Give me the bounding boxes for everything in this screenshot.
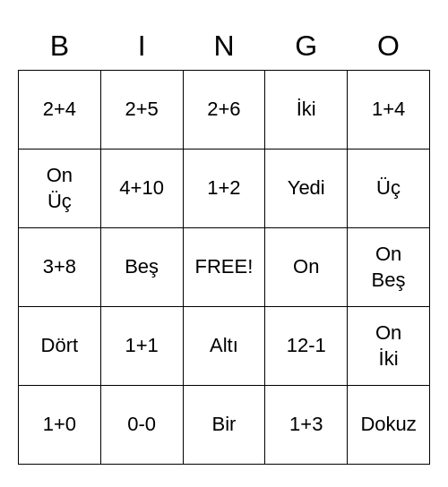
- cell-r2-c1: Beş: [100, 228, 183, 307]
- header-g: G: [265, 22, 348, 71]
- cell-r1-c0: OnÜç: [19, 150, 101, 228]
- cell-r1-c1: 4+10: [100, 150, 183, 228]
- cell-r0-c0: 2+4: [19, 71, 101, 150]
- cell-r1-c3: Yedi: [265, 150, 348, 228]
- cell-r3-c2: Altı: [183, 307, 265, 386]
- cell-r0-c3: İki: [265, 71, 348, 150]
- table-row: Dört1+1Altı12-1Onİki: [19, 307, 430, 386]
- cell-r2-c3: On: [265, 228, 348, 307]
- cell-r3-c1: 1+1: [100, 307, 183, 386]
- cell-r4-c4: Dokuz: [348, 386, 430, 465]
- cell-r0-c1: 2+5: [100, 71, 183, 150]
- table-row: 3+8BeşFREE!OnOnBeş: [19, 228, 430, 307]
- cell-r4-c3: 1+3: [265, 386, 348, 465]
- cell-r1-c2: 1+2: [183, 150, 265, 228]
- header-n: N: [183, 22, 265, 71]
- header-i: I: [100, 22, 183, 71]
- cell-r4-c1: 0-0: [100, 386, 183, 465]
- cell-r0-c4: 1+4: [348, 71, 430, 150]
- header-b: B: [19, 22, 101, 71]
- cell-r4-c2: Bir: [183, 386, 265, 465]
- cell-r4-c0: 1+0: [19, 386, 101, 465]
- table-row: 2+42+52+6İki1+4: [19, 71, 430, 150]
- cell-r0-c2: 2+6: [183, 71, 265, 150]
- bingo-card: BINGO 2+42+52+6İki1+4OnÜç4+101+2YediÜç3+…: [18, 22, 430, 465]
- table-row: 1+00-0Bir1+3Dokuz: [19, 386, 430, 465]
- cell-r1-c4: Üç: [348, 150, 430, 228]
- cell-r2-c2: FREE!: [183, 228, 265, 307]
- cell-r3-c4: Onİki: [348, 307, 430, 386]
- bingo-header-row: BINGO: [19, 22, 430, 71]
- cell-r2-c4: OnBeş: [348, 228, 430, 307]
- cell-r3-c3: 12-1: [265, 307, 348, 386]
- cell-r3-c0: Dört: [19, 307, 101, 386]
- table-row: OnÜç4+101+2YediÜç: [19, 150, 430, 228]
- cell-r2-c0: 3+8: [19, 228, 101, 307]
- header-o: O: [348, 22, 430, 71]
